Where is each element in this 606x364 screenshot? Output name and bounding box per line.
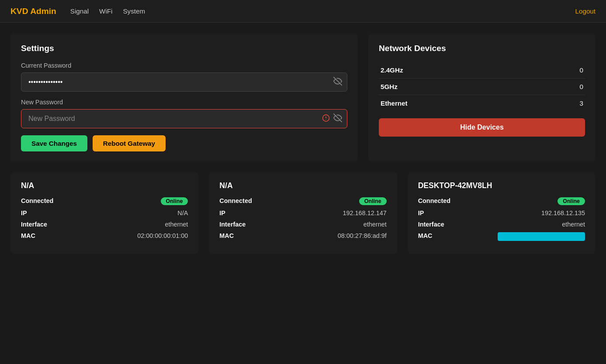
- device-0-mac-row: MAC 02:00:00:00:01:00: [21, 232, 188, 239]
- network-24ghz-label: 2.4GHz: [381, 66, 403, 74]
- device-2-ip-label: IP: [418, 209, 424, 216]
- device-0-ip-row: IP N/A: [21, 209, 188, 216]
- network-ethernet-label: Ethernet: [381, 100, 408, 107]
- device-card-2: DESKTOP-42MV8LH Connected Online IP 192.…: [408, 172, 596, 254]
- button-row: Save Changes Reboot Gateway: [21, 135, 347, 151]
- network-ethernet-value: 3: [580, 100, 583, 107]
- current-password-wrapper: [21, 72, 347, 92]
- device-1-mac-value: 08:00:27:86:ad:9f: [338, 232, 387, 239]
- device-2-connected-label: Connected: [418, 197, 450, 205]
- device-2-ip-value: 192.168.12.135: [541, 209, 585, 216]
- nav-signal[interactable]: Signal: [70, 7, 89, 15]
- device-0-interface-row: Interface ethernet: [21, 221, 188, 228]
- device-1-ip-value: 192.168.12.147: [343, 209, 387, 216]
- device-2-mac-label: MAC: [418, 232, 433, 241]
- device-1-mac-row: MAC 08:00:27:86:ad:9f: [219, 232, 386, 239]
- new-password-input[interactable]: [21, 109, 347, 128]
- network-row-5ghz: 5GHz 0: [379, 79, 585, 95]
- device-2-interface-label: Interface: [418, 221, 444, 228]
- settings-panel: Settings Current Password New Password: [10, 33, 358, 162]
- device-1-ip-row: IP 192.168.12.147: [219, 209, 386, 216]
- top-row: Settings Current Password New Password: [10, 33, 596, 162]
- device-2-mac-row: MAC ██████████████████: [418, 232, 585, 241]
- network-5ghz-value: 0: [580, 83, 583, 90]
- save-changes-button[interactable]: Save Changes: [21, 135, 87, 151]
- device-1-mac-label: MAC: [219, 232, 234, 239]
- device-0-connected-row: Connected Online: [21, 197, 188, 205]
- network-5ghz-label: 5GHz: [381, 83, 398, 90]
- current-password-label: Current Password: [21, 62, 347, 69]
- nav-wifi[interactable]: WiFi: [99, 7, 112, 15]
- reboot-gateway-button[interactable]: Reboot Gateway: [93, 135, 166, 151]
- device-0-mac-label: MAC: [21, 232, 35, 239]
- main-content: Settings Current Password New Password: [0, 23, 606, 264]
- settings-title: Settings: [21, 44, 347, 53]
- network-title: Network Devices: [379, 44, 585, 53]
- navbar: KVD Admin Signal WiFi System Logout: [0, 0, 606, 23]
- device-2-connected-row: Connected Online: [418, 197, 585, 205]
- network-24ghz-value: 0: [580, 66, 583, 74]
- device-0-mac-value: 02:00:00:00:01:00: [137, 232, 188, 239]
- devices-row: N/A Connected Online IP N/A Interface et…: [10, 172, 596, 254]
- hide-devices-button[interactable]: Hide Devices: [379, 118, 585, 137]
- device-0-ip-label: IP: [21, 209, 27, 216]
- device-0-interface-value: ethernet: [165, 221, 188, 228]
- device-0-name: N/A: [21, 181, 188, 190]
- device-0-ip-value: N/A: [177, 209, 188, 216]
- error-icon: [322, 114, 330, 124]
- current-password-toggle-icon[interactable]: [333, 77, 342, 87]
- device-1-name: N/A: [219, 181, 386, 190]
- device-2-ip-row: IP 192.168.12.135: [418, 209, 585, 216]
- device-card-1: N/A Connected Online IP 192.168.12.147 I…: [209, 172, 397, 254]
- new-password-toggle-icon[interactable]: [333, 113, 342, 124]
- device-1-interface-row: Interface ethernet: [219, 221, 386, 228]
- app-brand: KVD Admin: [10, 7, 56, 16]
- device-1-connected-row: Connected Online: [219, 197, 386, 205]
- navbar-nav: Signal WiFi System: [70, 7, 575, 15]
- device-2-mac-value: ██████████████████: [498, 232, 585, 241]
- current-password-input[interactable]: [21, 72, 347, 92]
- network-row-ethernet: Ethernet 3: [379, 95, 585, 111]
- new-password-label: New Password: [21, 99, 347, 106]
- device-1-interface-value: ethernet: [364, 221, 387, 228]
- nav-system[interactable]: System: [123, 7, 145, 15]
- device-1-ip-label: IP: [219, 209, 225, 216]
- device-2-status-badge: Online: [558, 197, 585, 205]
- device-2-interface-row: Interface ethernet: [418, 221, 585, 228]
- device-card-0: N/A Connected Online IP N/A Interface et…: [10, 172, 198, 254]
- new-password-wrapper: [21, 109, 347, 128]
- network-panel: Network Devices 2.4GHz 0 5GHz 0 Ethernet…: [368, 33, 596, 162]
- device-2-interface-value: ethernet: [562, 221, 585, 228]
- device-0-interface-label: Interface: [21, 221, 47, 228]
- device-1-status-badge: Online: [359, 197, 387, 205]
- device-2-name: DESKTOP-42MV8LH: [418, 181, 585, 190]
- network-row-24ghz: 2.4GHz 0: [379, 62, 585, 79]
- device-1-connected-label: Connected: [219, 197, 252, 205]
- logout-button[interactable]: Logout: [575, 7, 596, 15]
- device-0-status-badge: Online: [161, 197, 188, 205]
- device-0-connected-label: Connected: [21, 197, 53, 205]
- device-1-interface-label: Interface: [219, 221, 246, 228]
